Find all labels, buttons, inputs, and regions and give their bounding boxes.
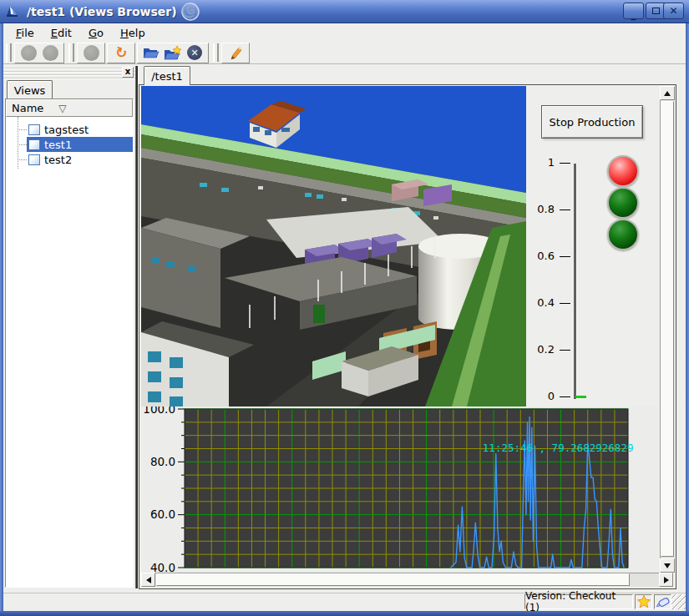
- scale-tick-label: 0.2: [533, 343, 555, 356]
- 3d-viewport[interactable]: [141, 86, 526, 406]
- views-tree: Name ▽ tagstest test1: [5, 98, 134, 588]
- toolbar-handle[interactable]: [6, 43, 12, 62]
- tree-row-body: test2: [27, 152, 133, 167]
- tree-row-test1[interactable]: test1: [6, 137, 133, 152]
- new-view-folder-icon: [164, 46, 182, 60]
- close-glyph: ✕: [669, 6, 677, 16]
- tree-row-label: tagstest: [44, 124, 89, 136]
- version-label: Version: Checkout (1): [525, 590, 632, 613]
- maximize-glyph: [652, 8, 660, 14]
- traffic-light-red: [607, 155, 639, 187]
- scale-tick-label: 0.6: [533, 250, 555, 262]
- svg-text:80.0: 80.0: [150, 455, 175, 468]
- scale-tick-label: 1: [533, 156, 555, 169]
- swirl-icon: [180, 2, 200, 22]
- toolbar-group-reload: ↻: [107, 43, 135, 63]
- dock-close-icon: x: [125, 67, 130, 76]
- pencil-icon: [228, 45, 243, 60]
- tree-row-tagstest[interactable]: tagstest: [6, 122, 133, 137]
- titlebar[interactable]: /test1 (Views Browser) _ ✕: [0, 0, 689, 23]
- scroll-right-button[interactable]: [659, 573, 673, 587]
- application-window: /test1 (Views Browser) _ ✕ File Edit Go …: [0, 0, 689, 616]
- sort-indicator-icon: ▽: [58, 103, 66, 114]
- trend-chart-plot[interactable]: 100.080.060.040.011:25:46 , 79.268292682…: [141, 406, 659, 573]
- window-border-left: [0, 23, 3, 611]
- stop-button[interactable]: ✕: [184, 43, 205, 62]
- toolbar-group-nav: [14, 43, 64, 63]
- right-arrow-icon: [664, 577, 669, 583]
- close-button[interactable]: ✕: [663, 3, 684, 19]
- tree-branch-stub: [18, 144, 27, 145]
- scale-tick: [560, 303, 570, 304]
- toolbar-handle[interactable]: [68, 43, 74, 62]
- tree-branch-line: [18, 117, 18, 169]
- toolbar-group-edit: [221, 43, 250, 63]
- traffic-light-green-2: [607, 219, 639, 250]
- stop-production-button[interactable]: Stop Production: [541, 105, 643, 139]
- menu-file[interactable]: File: [8, 25, 42, 41]
- window-title: /test1 (Views Browser): [27, 5, 177, 18]
- tab-views[interactable]: Views: [7, 80, 53, 99]
- tree-column-header[interactable]: Name ▽: [6, 99, 133, 117]
- tree-row-body: tagstest: [27, 122, 133, 137]
- scale-tick-label: 0: [533, 390, 555, 402]
- toolbar-group-nav2: [77, 43, 105, 63]
- open-folder-icon: [143, 46, 160, 59]
- marker-status-button[interactable]: [654, 594, 671, 609]
- scale-tick: [560, 256, 570, 257]
- view-file-icon: [28, 139, 40, 150]
- tree-row-label: test2: [44, 154, 72, 166]
- scale-tick: [560, 163, 570, 164]
- star-status-button[interactable]: [635, 594, 652, 609]
- app-icon: [5, 4, 20, 19]
- resize-grip[interactable]: [671, 594, 686, 609]
- dock-close-button[interactable]: x: [122, 67, 134, 78]
- stop-icon: ✕: [187, 45, 202, 60]
- horizontal-scrollbar-thumb[interactable]: [156, 573, 630, 586]
- star-icon: [637, 595, 651, 608]
- tree-row-label: test1: [44, 139, 72, 151]
- stop-production-label: Stop Production: [550, 116, 636, 129]
- vertical-scrollbar-thumb[interactable]: [661, 101, 674, 557]
- toolbar-handle[interactable]: [213, 43, 219, 62]
- edit-button[interactable]: [225, 43, 246, 62]
- scale-tick: [560, 350, 570, 351]
- nav-button-2-disabled: [39, 43, 61, 62]
- scale-tick: [560, 210, 570, 210]
- marker-icon: [656, 596, 670, 608]
- scale-indicator: [575, 396, 586, 398]
- tree-row-test2[interactable]: test2: [6, 152, 133, 167]
- view-file-icon: [28, 154, 40, 165]
- disabled-circle-icon: [21, 45, 37, 61]
- up-arrow-icon: [664, 91, 671, 96]
- tree-branch-stub: [18, 159, 27, 160]
- tab-views-label: Views: [14, 84, 46, 97]
- toolbar: ↻ ✕: [3, 42, 686, 64]
- disabled-circle-icon: [84, 45, 99, 61]
- open-folder-button[interactable]: [140, 43, 162, 62]
- scale-tick-label: 0.8: [533, 203, 555, 215]
- view-file-icon: [28, 124, 40, 135]
- scroll-up-button[interactable]: [660, 86, 675, 100]
- trend-chart[interactable]: 100.080.060.040.011:25:46 , 79.268292682…: [141, 406, 659, 573]
- scroll-down-button[interactable]: [660, 558, 675, 573]
- menu-go[interactable]: Go: [81, 25, 111, 41]
- minimize-glyph: _: [631, 9, 636, 19]
- new-view-button[interactable]: [162, 43, 184, 62]
- tab-test1-label: /test1: [151, 70, 183, 83]
- tree-branch-stub: [18, 129, 27, 130]
- menu-help[interactable]: Help: [113, 25, 153, 41]
- svg-text:100.0: 100.0: [143, 406, 175, 416]
- traffic-light-green-1: [607, 187, 639, 219]
- dock-header-grip[interactable]: [3, 66, 136, 79]
- svg-text:11:25:46 , 79.2682926829: 11:25:46 , 79.2682926829: [483, 442, 634, 454]
- scroll-left-button[interactable]: [141, 573, 155, 587]
- nav-button-3-disabled: [80, 43, 102, 62]
- window-border-right: [686, 23, 689, 611]
- tab-test1[interactable]: /test1: [144, 66, 190, 85]
- minimize-button[interactable]: _: [623, 3, 644, 19]
- svg-text:40.0: 40.0: [150, 561, 175, 573]
- reload-button[interactable]: ↻: [110, 43, 132, 62]
- menu-edit[interactable]: Edit: [43, 25, 79, 41]
- scale-slider[interactable]: [574, 164, 577, 399]
